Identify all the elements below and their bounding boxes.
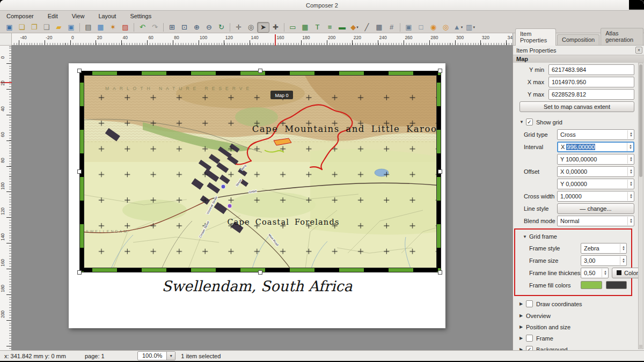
section-label: Background [536, 346, 568, 351]
v-ruler-label: 60 [0, 128, 5, 141]
composition-title-label[interactable]: Swellendam, South Africa [69, 278, 445, 294]
pan-button[interactable]: ✛ [232, 22, 245, 33]
expand-arrow-icon[interactable]: ▶ [519, 313, 526, 318]
lock-items-button[interactable]: ◉ [427, 22, 440, 33]
x-max-input[interactable]: 1014970.950 [548, 77, 634, 87]
add-new-legend-button[interactable]: ≡ [324, 22, 336, 33]
frame-line-thickness-label: Frame line thickness [529, 270, 581, 276]
expand-arrow-icon[interactable]: ▶ [519, 336, 526, 341]
export-as-pdf-button[interactable]: ▨ [119, 22, 131, 33]
add-new-map-button[interactable]: ▭ [287, 22, 299, 33]
unlock-items-icon: ◎ [443, 24, 449, 31]
align-items-dropdown-arrow-icon[interactable]: ▾ [473, 25, 475, 29]
raise-items-dropdown-arrow-icon[interactable]: ▾ [461, 25, 463, 29]
v-ruler-label: 40 [0, 102, 5, 115]
offset-x-input[interactable]: X 0,00000▲▼ [557, 166, 634, 177]
frame-color-button[interactable]: Color... [612, 268, 639, 278]
add-new-scalebar-button[interactable]: ▬ [336, 22, 348, 33]
zoom-full-button[interactable]: ⊞ [166, 22, 178, 33]
y-max-input[interactable]: 6228529.812 [548, 89, 634, 100]
unlock-items-button[interactable]: ◎ [440, 22, 452, 33]
y-min-input[interactable]: 6217483.984 [548, 64, 634, 75]
panel-scrollbar-thumb[interactable] [639, 64, 642, 177]
add-shape-button[interactable]: ◆▾ [348, 22, 361, 33]
frame-checkbox[interactable] [526, 335, 533, 342]
panel-body: Y min 6217483.984 X max 1014970.950 Y ma… [513, 63, 639, 350]
zoom-actual-size-button[interactable]: ⊡ [178, 22, 191, 33]
frame-fill-color-2[interactable] [606, 281, 627, 289]
selection-handle[interactable] [77, 69, 82, 73]
redo-button[interactable]: ↷ [149, 22, 161, 33]
save-as-template-button[interactable]: ▣ [65, 22, 77, 33]
refresh-view-button[interactable]: ↻ [215, 22, 228, 33]
zoom-combo-arrow-icon[interactable]: ▼ [166, 352, 175, 360]
menu-view[interactable]: View [71, 12, 86, 20]
interval-y-input[interactable]: Y 1000,00000▲▼ [557, 154, 634, 165]
align-items-button[interactable]: ▥▾ [464, 22, 477, 33]
add-shape-dropdown-arrow-icon[interactable]: ▾ [356, 25, 358, 29]
tab-item-properties[interactable]: Item Properties [515, 28, 556, 46]
menu-layout[interactable]: Layout [97, 12, 117, 20]
tab-composition[interactable]: Composition [557, 34, 599, 45]
selection-handle[interactable] [77, 270, 82, 275]
map-item[interactable]: MARLOTH NATURE RESERVE SWELLENDAM Voortr… [79, 71, 441, 272]
selection-handle[interactable] [438, 169, 442, 174]
zoom-in-button[interactable]: ⊕ [191, 22, 203, 33]
add-attribute-table-button[interactable]: ▦ [373, 22, 385, 33]
menu-edit[interactable]: Edit [47, 12, 59, 20]
show-grid-expand-arrow[interactable]: ▼ [519, 120, 526, 124]
offset-y-input[interactable]: Y 0,00000▲▼ [557, 179, 634, 189]
panel-close-button[interactable]: × [635, 47, 642, 54]
export-as-image-button[interactable]: ▦ [94, 22, 107, 33]
undo-button[interactable]: ↶ [136, 22, 149, 33]
add-image-button[interactable]: ▦ [299, 22, 311, 33]
show-grid-checkbox[interactable]: ✓ [526, 119, 533, 125]
tab-atlas-generation[interactable]: Atlas generation [601, 28, 643, 45]
selection-handle[interactable] [258, 270, 262, 275]
selection-handle[interactable] [77, 169, 82, 174]
composition-canvas[interactable]: MARLOTH NATURE RESERVE SWELLENDAM Voortr… [12, 46, 513, 350]
grid-type-select[interactable]: Cross▲▼ [557, 129, 634, 140]
selection-handle[interactable] [438, 69, 442, 73]
draw-coordinates-expand-arrow[interactable]: ▶ [519, 301, 526, 306]
ungroup-items-button[interactable]: □ [415, 22, 427, 33]
panel-scrollbar[interactable] [638, 63, 643, 349]
grid-frame-expand-arrow[interactable]: ▼ [523, 234, 529, 239]
zoom-level-combo[interactable]: 100.0% ▼ [137, 351, 175, 360]
print-button[interactable]: ▤ [82, 22, 94, 33]
group-items-button[interactable]: ▣ [402, 22, 415, 33]
frame-style-select[interactable]: Zebra▲▼ [581, 243, 627, 254]
scrollbar-down-button[interactable] [639, 345, 642, 348]
zoom-tool-button[interactable]: ◎ [245, 22, 257, 33]
ruler-marker-x [275, 34, 276, 46]
load-from-template-button[interactable]: ▰ [53, 22, 65, 33]
add-html-frame-button[interactable]: # [385, 22, 398, 33]
duplicate-composition-button[interactable]: ❐ [28, 22, 40, 33]
expand-arrow-icon[interactable]: ▶ [519, 324, 526, 329]
blend-mode-select[interactable]: Normal▲▼ [557, 216, 634, 226]
raise-items-button[interactable]: ▲▾ [452, 22, 464, 33]
select-move-item-button[interactable]: ➤ [257, 22, 269, 33]
save-project-button[interactable]: ▣ [3, 22, 16, 33]
move-item-content-button[interactable]: ✚ [269, 22, 282, 33]
selection-handle[interactable] [258, 69, 262, 73]
set-to-map-canvas-extent-button[interactable]: Set to map canvas extent [519, 101, 634, 112]
add-arrow-button[interactable]: ╱ [361, 22, 373, 33]
cross-width-input[interactable]: 1,00000▲▼ [557, 191, 634, 202]
frame-size-input[interactable]: 3,00▲▼ [581, 255, 627, 266]
add-new-label-button[interactable]: T [311, 22, 324, 33]
line-style-change-button[interactable]: — change... [557, 203, 634, 214]
export-as-svg-button[interactable]: ✶ [107, 22, 119, 33]
new-composition-button[interactable]: ❏ [16, 22, 28, 33]
menu-composer[interactable]: Composer [5, 12, 35, 20]
background-checkbox[interactable]: ✓ [526, 346, 533, 350]
composer-manager-button[interactable]: ❑ [40, 22, 53, 33]
zoom-out-button[interactable]: ⊖ [203, 22, 215, 33]
selection-handle[interactable] [438, 270, 442, 275]
h-ruler-label: -20 [46, 35, 52, 40]
menu-settings[interactable]: Settings [129, 12, 152, 20]
frame-fill-color-1[interactable] [581, 281, 602, 289]
draw-coordinates-checkbox[interactable] [526, 300, 533, 307]
interval-x-input[interactable]: X996,00000▲▼ [557, 142, 634, 152]
frame-line-thickness-input[interactable]: 0,50▲▼ [581, 268, 609, 278]
